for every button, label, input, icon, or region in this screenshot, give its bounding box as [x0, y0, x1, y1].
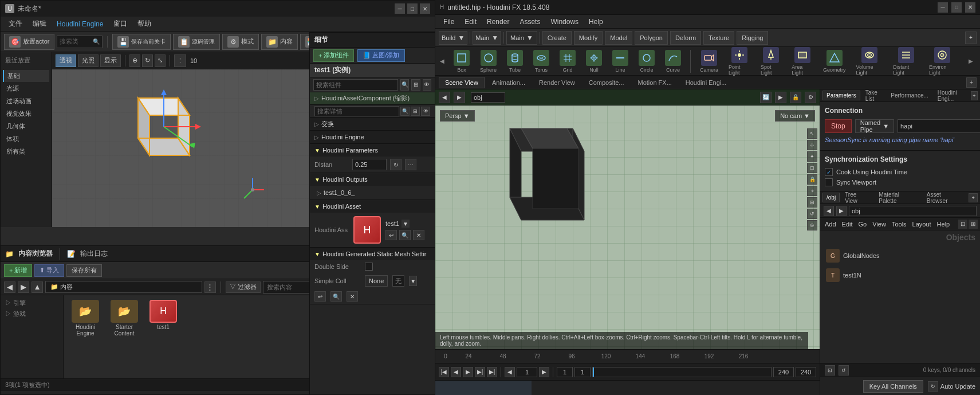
volume-light-btn[interactable]: Volume Light — [853, 46, 887, 77]
coll-remove-btn[interactable]: ✕ — [347, 291, 358, 302]
h-3d-canvas[interactable]: Persp ▼ No cam ▼ — [435, 105, 820, 349]
tab-houdini-engine[interactable]: Houdini Engi... — [679, 77, 733, 88]
keys-zoom-btn[interactable]: ⊡ — [825, 365, 835, 376]
h-tool-8[interactable]: ↺ — [807, 209, 817, 219]
output-item-1[interactable]: ▷ test1_0_6_ — [314, 188, 430, 197]
h-render-btn[interactable]: ▶ — [775, 92, 786, 103]
menu-help[interactable]: 帮助 — [133, 17, 156, 30]
h-deform-btn[interactable]: Deform — [670, 31, 701, 45]
add-component-button[interactable]: + 添加组件 — [313, 49, 354, 62]
place-actor-button[interactable]: 🎯 放置actor — [4, 34, 54, 50]
import-button[interactable]: ⬆ 导入 — [34, 264, 64, 277]
houdini-outputs-header[interactable]: ▼ Houdini Outputs — [310, 173, 435, 186]
tab-motion-fx[interactable]: Motion FX... — [632, 77, 678, 88]
frame-input[interactable] — [517, 367, 537, 377]
h-tool-2[interactable]: ⊹ — [807, 140, 817, 150]
search-info-btn[interactable]: 🔍 — [400, 107, 410, 116]
distant-light-btn[interactable]: Distant Light — [890, 46, 922, 77]
frame-end-input[interactable] — [574, 367, 591, 377]
auto-update-icon-btn[interactable]: ↻ — [928, 381, 938, 392]
tree-tab-material[interactable]: Material Palette — [875, 191, 921, 206]
light-spot-btn[interactable]: Spot Light — [757, 46, 785, 77]
h-menu-file[interactable]: File — [439, 17, 459, 27]
h-minimize-btn[interactable]: ─ — [938, 2, 948, 13]
tree-tab-asset-browser[interactable]: Asset Browser — [923, 191, 967, 206]
tab-animation[interactable]: Animation... — [486, 77, 532, 88]
h-model-btn[interactable]: Model — [605, 31, 632, 45]
h-tool-9[interactable]: ⊝ — [807, 220, 817, 230]
geometry-btn[interactable]: Geometry — [820, 49, 849, 74]
menu-edit[interactable]: 编辑 — [28, 17, 51, 30]
range-end2-input[interactable] — [796, 367, 816, 377]
param-more-btn[interactable]: ⋯ — [405, 159, 416, 170]
mode-button[interactable]: ⚙ 模式 — [222, 34, 259, 50]
h-texture-btn[interactable]: Texture — [703, 31, 734, 45]
h-tab-houdini-eng[interactable]: Houdini Engi... — [934, 89, 969, 104]
h-create-btn[interactable]: Create — [542, 31, 572, 45]
asset-nav-btn[interactable]: ↩ — [385, 230, 397, 240]
h-tool-3[interactable]: ✦ — [807, 151, 817, 162]
stop-button[interactable]: Stop — [825, 119, 852, 133]
h-snap-btn[interactable]: 🔒 — [790, 92, 801, 103]
h-close-btn[interactable]: ✕ — [965, 2, 975, 13]
h-tool-7[interactable]: ⊞ — [807, 197, 817, 208]
detail-grid-btn[interactable]: ⊞ — [411, 79, 420, 91]
lights-expand-btn[interactable]: ▶ — [966, 58, 975, 64]
detail-eye-btn[interactable]: 👁 — [423, 79, 431, 91]
range-end1-input[interactable] — [773, 367, 794, 377]
houdini-params-header[interactable]: ▼ Houdini Parameters — [310, 144, 435, 157]
h-tool-5[interactable]: 🔒 — [807, 174, 817, 185]
source-mgmt-button[interactable]: 📋 源码管理 — [173, 34, 220, 50]
double-side-checkbox[interactable] — [365, 263, 373, 271]
minimize-button[interactable]: ─ — [395, 3, 405, 14]
light-camera-btn[interactable]: Camera — [696, 49, 722, 74]
maximize-button[interactable]: □ — [407, 3, 418, 14]
h-tab-performance[interactable]: Performance... — [887, 91, 932, 100]
coll-search-btn[interactable]: 🔍 — [330, 291, 342, 302]
tree-menu-tools[interactable]: Tools — [890, 220, 909, 229]
tree-tab-tree-view[interactable]: Tree View — [841, 191, 873, 206]
param-distan-input[interactable] — [352, 159, 387, 170]
h-polygon-btn[interactable]: Polygon — [635, 31, 668, 45]
folder-starter-content[interactable]: 📂 Starter Content — [107, 300, 141, 337]
tl-play-btn[interactable]: ▶ — [463, 367, 473, 377]
transform-header[interactable]: ▷ 变换 — [310, 118, 435, 130]
h-menu-edit[interactable]: Edit — [460, 17, 481, 27]
h-tool-6[interactable]: ⌖ — [807, 186, 817, 196]
asset-remove-btn[interactable]: ✕ — [413, 230, 424, 240]
light-line-btn[interactable]: Line — [609, 49, 632, 74]
tab-render-view[interactable]: Render View — [533, 77, 581, 88]
static-mesh-header[interactable]: ▼ Houdini Generated Static Mesh Settir — [310, 248, 435, 260]
tree-menu-edit[interactable]: Edit — [840, 220, 855, 229]
detail-search-input[interactable] — [313, 79, 398, 91]
tree-tab-obj[interactable]: /obj — [822, 193, 840, 202]
light-box-btn[interactable]: Box — [450, 49, 473, 74]
tl-prev-btn[interactable]: ◀ — [451, 367, 461, 377]
content-button[interactable]: 📁 内容 — [261, 34, 298, 50]
h-tool-1[interactable]: ↖ — [807, 128, 817, 139]
light-circle-btn[interactable]: Circle — [635, 49, 658, 74]
tree-item-test1n[interactable]: T test1N — [822, 266, 978, 284]
menu-window[interactable]: 窗口 — [109, 17, 132, 30]
houdini-engine-header[interactable]: ▷ Houdini Engine — [310, 131, 435, 143]
tree-menu-layout[interactable]: Layout — [910, 220, 934, 229]
collision-type-select[interactable]: None — [365, 275, 388, 287]
tab-scene-view[interactable]: Scene View — [439, 77, 485, 88]
save-current-button[interactable]: 💾 保存当前关卡 — [112, 34, 171, 50]
param-cycle-btn[interactable]: ↻ — [390, 159, 402, 170]
sidebar-item-all[interactable]: 所有类 — [3, 146, 49, 158]
search-info-eye-btn[interactable]: 👁 — [421, 107, 430, 116]
lighting-btn[interactable]: 光照 — [78, 54, 99, 67]
light-null-btn[interactable]: Null — [583, 49, 605, 74]
grid-snap-btn[interactable]: ⋮ — [174, 54, 186, 67]
search-class-input[interactable]: 搜索类 🔍 — [57, 36, 103, 48]
menu-houdini-engine[interactable]: Houdini Engine — [52, 18, 108, 30]
tree-fwd-btn[interactable]: ▶ — [836, 206, 847, 216]
perspective-btn[interactable]: 透视 — [56, 54, 76, 67]
key-all-channels-btn[interactable]: Key All Channels — [863, 380, 923, 393]
tree-float-btn[interactable]: ⊞ — [969, 220, 978, 229]
tl-back-frame-btn[interactable]: ◀ — [505, 367, 515, 377]
sync-viewport-checkbox[interactable] — [825, 178, 833, 186]
h-tool-4[interactable]: ⊡ — [807, 163, 817, 173]
nav-forward-button[interactable]: ▶ — [18, 281, 29, 293]
